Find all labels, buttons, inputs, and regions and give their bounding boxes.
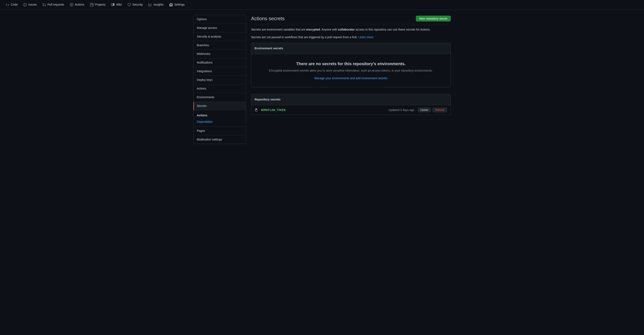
nav-issues[interactable]: Issues: [21, 0, 39, 10]
settings-sidebar: Options Manage access Security & analysi…: [193, 15, 246, 147]
graph-icon: [148, 3, 152, 6]
shield-icon: [128, 3, 131, 6]
gear-icon: [169, 3, 173, 6]
learn-more-link[interactable]: Learn more: [358, 36, 373, 39]
sidebar-item-pages[interactable]: Pages: [194, 127, 246, 135]
nav-insights[interactable]: Insights: [146, 0, 166, 10]
blank-subtitle: Encrypted environment secrets allow you …: [260, 68, 442, 73]
sidebar-item-security-analysis[interactable]: Security & analysis: [194, 32, 246, 41]
sidebar-item-options[interactable]: Options: [194, 15, 246, 24]
git-pull-request-icon: [42, 3, 46, 6]
sidebar-item-actions[interactable]: Actions: [194, 84, 246, 93]
secret-updated: Updated 3 days ago: [388, 108, 414, 112]
environment-secrets-blankslate: There are no secrets for this repository…: [251, 54, 450, 87]
nav-security[interactable]: Security: [125, 0, 146, 10]
sidebar-secrets-subgroup: Actions Dependabot: [194, 110, 246, 127]
nav-security-label: Security: [132, 2, 143, 7]
secret-row: WORKFLOW_TOKEN Updated 3 days ago Update…: [251, 105, 450, 115]
new-repository-secret-button[interactable]: New repository secret: [416, 16, 451, 22]
blank-title: There are no secrets for this repository…: [260, 61, 442, 67]
sidebar-item-manage-access[interactable]: Manage access: [194, 24, 246, 32]
secrets-description-2: Secrets are not passed to workflows that…: [251, 35, 451, 40]
nav-code[interactable]: Code: [3, 0, 20, 10]
sidebar-subheader-actions: Actions: [194, 112, 246, 119]
sidebar-item-deploy-keys[interactable]: Deploy keys: [194, 76, 246, 84]
remove-secret-button[interactable]: Remove: [432, 108, 447, 112]
sidebar-item-moderation[interactable]: Moderation settings: [194, 135, 246, 144]
code-icon: [6, 3, 9, 6]
repo-top-nav: Code Issues Pull requests Actions Projec…: [0, 0, 644, 10]
nav-settings-label: Settings: [174, 2, 185, 7]
nav-actions-label: Actions: [75, 2, 84, 7]
nav-code-label: Code: [11, 2, 18, 7]
nav-wiki-label: Wiki: [116, 2, 122, 7]
sidebar-sublink-dependabot[interactable]: Dependabot: [194, 119, 246, 125]
nav-actions[interactable]: Actions: [68, 0, 87, 10]
nav-settings[interactable]: Settings: [167, 0, 187, 10]
page-title: Actions secrets: [251, 15, 285, 22]
nav-wiki[interactable]: Wiki: [109, 0, 124, 10]
lock-icon: [254, 108, 258, 112]
environment-secrets-header: Environment secrets: [251, 43, 450, 54]
repository-secrets-panel: Repository secrets WORKFLOW_TOKEN Update…: [251, 94, 451, 115]
sidebar-item-environments[interactable]: Environments: [194, 93, 246, 102]
update-secret-button[interactable]: Update: [418, 108, 431, 112]
sidebar-item-webhooks[interactable]: Webhooks: [194, 50, 246, 58]
repository-secrets-header: Repository secrets: [251, 94, 450, 105]
secret-actions: Update Remove: [418, 108, 447, 112]
sidebar-item-branches[interactable]: Branches: [194, 41, 246, 50]
project-icon: [90, 3, 94, 6]
play-icon: [70, 3, 73, 6]
environment-secrets-panel: Environment secrets There are no secrets…: [251, 43, 451, 87]
sidebar-item-integrations[interactable]: Integrations: [194, 67, 246, 76]
nav-pulls[interactable]: Pull requests: [40, 0, 67, 10]
manage-environments-link[interactable]: Manage your environments and add environ…: [314, 76, 388, 80]
sidebar-item-secrets[interactable]: Secrets: [194, 102, 246, 110]
nav-projects[interactable]: Projects: [88, 0, 108, 10]
main-content: Actions secrets New repository secret Se…: [251, 15, 451, 147]
issue-opened-icon: [23, 3, 26, 6]
secret-name: WORKFLOW_TOKEN: [261, 108, 286, 112]
secrets-description-1: Secrets are environment variables that a…: [251, 28, 451, 32]
nav-insights-label: Insights: [154, 2, 163, 7]
nav-projects-label: Projects: [95, 2, 106, 7]
sidebar-item-notifications[interactable]: Notifications: [194, 58, 246, 67]
nav-pulls-label: Pull requests: [48, 2, 64, 7]
nav-issues-label: Issues: [28, 2, 36, 7]
page-header: Actions secrets New repository secret: [251, 15, 451, 24]
book-icon: [111, 3, 114, 6]
